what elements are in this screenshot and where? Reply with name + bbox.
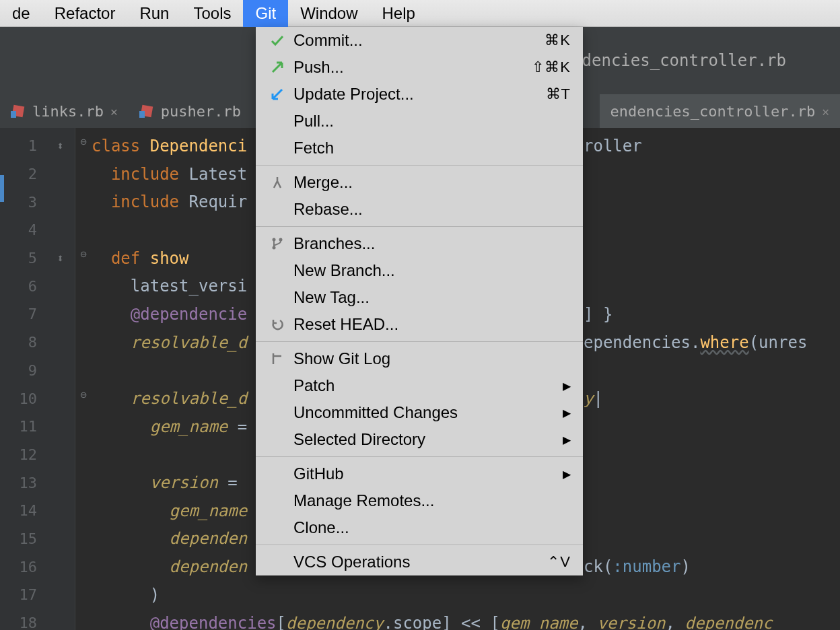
svg-rect-1 (11, 111, 16, 118)
line-number: 17 (17, 586, 37, 603)
tab-pusher[interactable]: pusher.rb (129, 94, 252, 128)
menu-reset-head[interactable]: Reset HEAD... (256, 311, 583, 338)
svg-rect-3 (139, 111, 145, 118)
line-number: 15 (17, 530, 37, 547)
menu-new-tag[interactable]: New Tag... (256, 284, 583, 311)
tab-label: endencies_controller.rb (610, 103, 816, 120)
line-number: 9 (17, 362, 37, 379)
menu-branches[interactable]: Branches... (256, 230, 583, 257)
menu-tools[interactable]: Tools (181, 0, 243, 27)
line-number: 16 (17, 559, 37, 575)
menu-separator (256, 226, 583, 227)
fold-toggle-icon[interactable]: ⊖ (75, 240, 92, 269)
merge-icon (268, 176, 287, 189)
line-number: 7 (17, 306, 37, 322)
menu-fetch[interactable]: Fetch (256, 135, 583, 162)
menu-vcs-operations[interactable]: VCS Operations⌃V (256, 549, 583, 575)
fold-column: ⊖ ⊖ ⊖ (75, 128, 92, 630)
menu-separator (256, 456, 583, 457)
menu-git[interactable]: Git (243, 0, 288, 27)
log-icon (268, 352, 287, 365)
menu-manage-remotes[interactable]: Manage Remotes... (256, 487, 583, 514)
line-number: 13 (17, 475, 37, 491)
menu-show-git-log[interactable]: Show Git Log (256, 345, 583, 372)
menu-merge[interactable]: Merge... (256, 169, 583, 196)
line-number: 4 (17, 221, 37, 238)
menu-push[interactable]: Push... ⇧⌘K (256, 54, 583, 81)
line-number: 12 (17, 446, 37, 463)
chevron-right-icon: ▶ (563, 468, 571, 481)
menu-uncommitted-changes[interactable]: Uncommitted Changes▶ (256, 399, 583, 426)
check-icon (268, 33, 287, 48)
git-dropdown-menu: Commit... ⌘K Push... ⇧⌘K Update Project.… (256, 27, 583, 575)
ruby-file-icon (139, 104, 154, 118)
menu-commit[interactable]: Commit... ⌘K (256, 27, 583, 54)
code-right-fragments: roller ] } ependencies.where(unres y| ck… (584, 132, 807, 581)
menubar: de Refactor Run Tools Git Window Help (0, 0, 840, 27)
gutter: 1⬍ 2 3 4 5⬍ 6 7 8 9 10 11 12 13 14 15 16… (0, 128, 75, 630)
menu-refactor[interactable]: Refactor (42, 0, 128, 27)
menu-help[interactable]: Help (370, 0, 427, 27)
menu-rebase[interactable]: Rebase... (256, 196, 583, 223)
code-line: @dependencies[dependency.scope] << [gem_… (92, 609, 840, 630)
chevron-right-icon: ▶ (563, 433, 571, 446)
branch-icon (268, 237, 287, 250)
breadcrumb-filename: ndencies_controller.rb (572, 51, 786, 70)
line-number: 1 (17, 137, 37, 154)
svg-point-5 (279, 238, 283, 242)
chevron-right-icon: ▶ (563, 407, 571, 419)
menu-run[interactable]: Run (127, 0, 181, 27)
menu-separator (256, 165, 583, 166)
menu-selected-directory[interactable]: Selected Directory▶ (256, 426, 583, 453)
ruby-file-icon (11, 104, 26, 118)
line-number: 6 (17, 278, 37, 295)
menu-window[interactable]: Window (288, 0, 370, 27)
tab-links[interactable]: links.rb ✕ (0, 94, 129, 128)
close-icon[interactable]: ✕ (822, 104, 829, 118)
line-number: 11 (17, 418, 37, 435)
menu-github[interactable]: GitHub▶ (256, 460, 583, 487)
menu-patch[interactable]: Patch▶ (256, 372, 583, 399)
undo-icon (268, 318, 287, 331)
svg-point-6 (273, 246, 276, 250)
line-number: 5 (17, 250, 37, 267)
push-arrow-icon (268, 60, 287, 75)
line-number: 8 (17, 334, 37, 351)
tab-dependencies-controller[interactable]: endencies_controller.rb ✕ (600, 94, 840, 128)
svg-point-4 (273, 238, 276, 242)
close-icon[interactable]: ✕ (110, 104, 118, 118)
code-line: ) (92, 581, 840, 609)
update-arrow-icon (268, 87, 287, 102)
line-number: 14 (17, 502, 37, 519)
fold-toggle-icon[interactable]: ⊖ (75, 128, 92, 156)
line-number: 3 (17, 194, 37, 211)
menu-update-project[interactable]: Update Project... ⌘T (256, 81, 583, 108)
line-number: 2 (17, 166, 37, 182)
line-number: 10 (17, 390, 37, 407)
tab-label: links.rb (32, 103, 104, 120)
menu-separator (256, 545, 583, 545)
menu-clone[interactable]: Clone... (256, 514, 583, 541)
gutter-arrows-icon[interactable]: ⬍ (57, 139, 64, 153)
chevron-right-icon: ▶ (563, 380, 571, 392)
menu-separator (256, 341, 583, 342)
fold-toggle-icon[interactable]: ⊖ (75, 380, 92, 409)
menu-code-frag[interactable]: de (0, 0, 42, 27)
menu-new-branch[interactable]: New Branch... (256, 257, 583, 284)
tab-label: pusher.rb (161, 103, 241, 120)
gutter-arrows-icon[interactable]: ⬍ (57, 251, 64, 265)
line-number: 18 (17, 615, 37, 630)
menu-pull[interactable]: Pull... (256, 108, 583, 135)
